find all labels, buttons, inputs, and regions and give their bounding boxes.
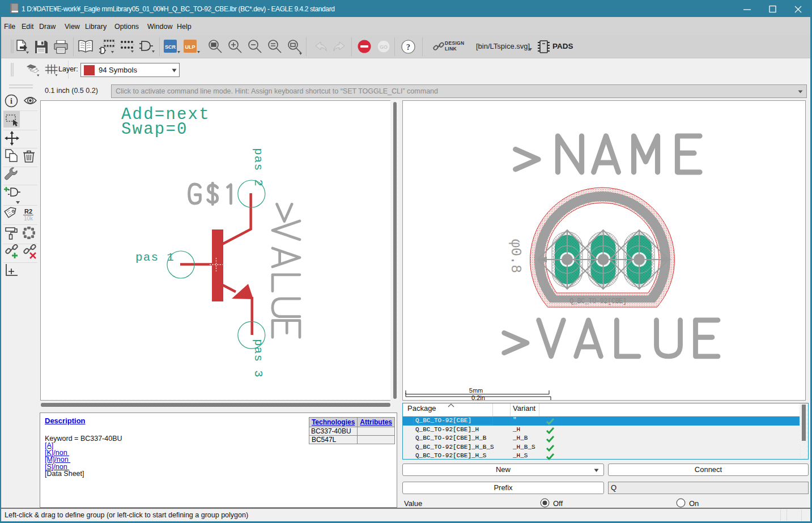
svg-text:GO: GO bbox=[380, 44, 388, 50]
svg-text:0.2in: 0.2in bbox=[471, 394, 485, 401]
svg-text:pas 2: pas 2 bbox=[252, 148, 265, 187]
svg-text:φ0.8: φ0.8 bbox=[507, 239, 524, 273]
svg-text:i: i bbox=[10, 97, 12, 105]
svg-text:pas 3: pas 3 bbox=[252, 339, 265, 378]
svg-text:ULP: ULP bbox=[185, 44, 195, 50]
svg-text:Q_BC_TO-92[CBE]: Q_BC_TO-92[CBE] bbox=[569, 297, 627, 305]
svg-text:5mm: 5mm bbox=[469, 387, 483, 394]
svg-text:Swap=0: Swap=0 bbox=[121, 120, 188, 139]
svg-text:?: ? bbox=[406, 43, 410, 52]
svg-text:SCR: SCR bbox=[165, 44, 176, 50]
svg-text:pas 1: pas 1 bbox=[135, 251, 175, 264]
